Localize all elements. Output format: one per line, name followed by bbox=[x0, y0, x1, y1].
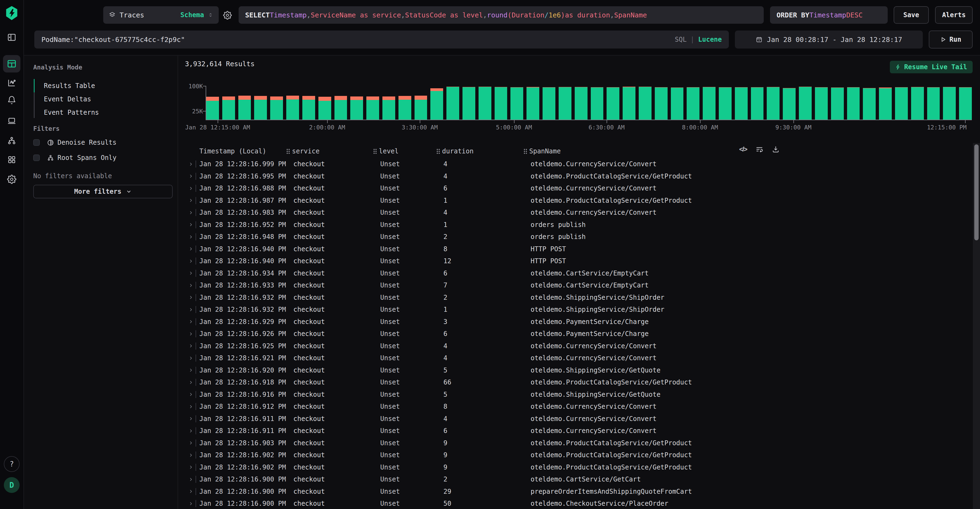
expand-row-chevron-icon[interactable] bbox=[186, 344, 196, 348]
table-row[interactable]: Jan 28 12:28:16.900 PMcheckoutUnset2otel… bbox=[178, 473, 973, 485]
sql-select-editor[interactable]: SELECT Timestamp, ServiceName as service… bbox=[239, 6, 764, 24]
table-row[interactable]: Jan 28 12:28:16.918 PMcheckoutUnset66ote… bbox=[178, 376, 973, 389]
drag-grip-icon[interactable] bbox=[436, 148, 440, 154]
histogram-bar[interactable] bbox=[879, 88, 892, 120]
expand-row-chevron-icon[interactable] bbox=[186, 489, 196, 494]
histogram-bar[interactable] bbox=[446, 87, 459, 120]
table-row[interactable]: Jan 28 12:28:16.911 PMcheckoutUnset6otel… bbox=[178, 425, 973, 437]
user-avatar[interactable]: D bbox=[4, 477, 20, 493]
table-row[interactable]: Jan 28 12:28:16.952 PMcheckoutUnset1orde… bbox=[178, 219, 973, 231]
histogram-bar[interactable] bbox=[735, 87, 748, 120]
collapse-sidebar-icon[interactable] bbox=[7, 33, 16, 42]
histogram-bar[interactable] bbox=[206, 97, 219, 120]
expand-row-chevron-icon[interactable] bbox=[186, 186, 196, 191]
histogram-bar[interactable] bbox=[575, 87, 587, 120]
expand-row-chevron-icon[interactable] bbox=[186, 440, 196, 445]
lang-sql-option[interactable]: SQL bbox=[675, 36, 686, 43]
histogram-bar[interactable] bbox=[959, 87, 972, 120]
table-row[interactable]: Jan 28 12:28:16.932 PMcheckoutUnset2otel… bbox=[178, 292, 973, 304]
expand-row-chevron-icon[interactable] bbox=[186, 174, 196, 179]
expand-row-chevron-icon[interactable] bbox=[186, 247, 196, 251]
table-row[interactable]: Jan 28 12:28:16.987 PMcheckoutUnset1otel… bbox=[178, 195, 973, 207]
table-row[interactable]: Jan 28 12:28:16.903 PMcheckoutUnset9otel… bbox=[178, 437, 973, 449]
histogram-bar[interactable] bbox=[831, 88, 844, 120]
histogram-bar[interactable] bbox=[558, 87, 571, 120]
search-input[interactable]: PodName:"checkout-675775c4cc-f2p9c" SQL … bbox=[34, 30, 729, 48]
expand-row-chevron-icon[interactable] bbox=[186, 429, 196, 433]
save-button[interactable]: Save bbox=[894, 6, 929, 24]
expand-row-chevron-icon[interactable] bbox=[186, 283, 196, 288]
histogram-bar[interactable] bbox=[495, 87, 508, 120]
view-source-code-icon[interactable]: </> bbox=[739, 145, 748, 154]
alerts-button[interactable]: Alerts bbox=[935, 6, 973, 24]
histogram-bar[interactable] bbox=[687, 87, 700, 120]
histogram-bar[interactable] bbox=[415, 96, 427, 120]
histogram-bar[interactable] bbox=[671, 88, 684, 120]
expand-row-chevron-icon[interactable] bbox=[186, 319, 196, 324]
expand-row-chevron-icon[interactable] bbox=[186, 235, 196, 239]
expand-row-chevron-icon[interactable] bbox=[186, 198, 196, 203]
histogram-bar[interactable] bbox=[639, 87, 652, 120]
team-settings-nav-icon[interactable] bbox=[7, 175, 16, 184]
histogram-bar[interactable] bbox=[334, 96, 347, 120]
source-settings-gear-icon[interactable] bbox=[222, 10, 233, 20]
histogram-bar[interactable] bbox=[463, 87, 475, 120]
expand-row-chevron-icon[interactable] bbox=[186, 271, 196, 276]
run-query-button[interactable]: Run bbox=[929, 30, 973, 48]
column-header-level[interactable]: level bbox=[373, 147, 436, 155]
table-row[interactable]: Jan 28 12:28:16.900 PMcheckoutUnset29pre… bbox=[178, 485, 973, 498]
histogram-bar[interactable] bbox=[318, 97, 331, 120]
histogram-bar[interactable] bbox=[222, 96, 235, 120]
wrap-lines-icon[interactable] bbox=[755, 145, 764, 154]
expand-row-chevron-icon[interactable] bbox=[186, 404, 196, 409]
histogram-bar[interactable] bbox=[847, 87, 860, 120]
table-row[interactable]: Jan 28 12:28:16.902 PMcheckoutUnset9otel… bbox=[178, 461, 973, 474]
table-row[interactable]: Jan 28 12:28:16.940 PMcheckoutUnset12HTT… bbox=[178, 255, 973, 267]
histogram-bar[interactable] bbox=[751, 87, 764, 120]
table-row[interactable]: Jan 28 12:28:16.933 PMcheckoutUnset7otel… bbox=[178, 279, 973, 292]
expand-row-chevron-icon[interactable] bbox=[186, 222, 196, 227]
histogram-bar[interactable] bbox=[479, 87, 492, 120]
table-row[interactable]: Jan 28 12:28:16.902 PMcheckoutUnset9otel… bbox=[178, 449, 973, 461]
histogram-bar[interactable] bbox=[943, 87, 956, 120]
expand-row-chevron-icon[interactable] bbox=[186, 416, 196, 421]
table-row[interactable]: Jan 28 12:28:16.988 PMcheckoutUnset6otel… bbox=[178, 182, 973, 195]
drag-grip-icon[interactable] bbox=[523, 148, 527, 154]
sql-orderby-editor[interactable]: ORDER BY Timestamp DESC bbox=[770, 6, 888, 24]
filter-option-denoise-results[interactable]: Denoise Results bbox=[33, 139, 116, 146]
more-filters-button[interactable]: More filters bbox=[33, 185, 173, 198]
app-logo-icon[interactable] bbox=[5, 5, 19, 21]
schema-mode-label[interactable]: Schema bbox=[180, 11, 204, 19]
expand-row-chevron-icon[interactable] bbox=[186, 477, 196, 482]
column-header-timestamp-local-[interactable]: Timestamp (Local) bbox=[199, 147, 286, 155]
histogram-bar[interactable] bbox=[366, 96, 379, 120]
table-row[interactable]: Jan 28 12:28:16.920 PMcheckoutUnset5otel… bbox=[178, 364, 973, 377]
histogram-plot[interactable]: 100K 25K Jan 28 12:15:00 AM2:00:00 AM3:3… bbox=[206, 86, 972, 120]
drag-grip-icon[interactable] bbox=[373, 148, 377, 154]
histogram-bar[interactable] bbox=[542, 87, 555, 120]
scrollbar-thumb[interactable] bbox=[974, 144, 978, 240]
data-source-selector[interactable]: Traces Schema bbox=[103, 6, 219, 24]
search-nav-active-icon[interactable] bbox=[3, 55, 21, 72]
histogram-bar[interactable] bbox=[623, 87, 635, 120]
filter-option-root-spans-only[interactable]: Root Spans Only bbox=[33, 154, 116, 161]
dashboards-nav-icon[interactable] bbox=[7, 155, 16, 164]
histogram-bar[interactable] bbox=[286, 96, 299, 120]
vertical-scrollbar[interactable] bbox=[973, 143, 980, 509]
histogram-bar[interactable] bbox=[430, 88, 443, 120]
checkbox[interactable] bbox=[33, 139, 40, 146]
analysis-mode-results-table[interactable]: Results Table bbox=[33, 79, 169, 93]
download-icon[interactable] bbox=[772, 145, 780, 154]
table-row[interactable]: Jan 28 12:28:16.999 PMcheckoutUnset4otel… bbox=[178, 158, 973, 170]
analysis-mode-event-deltas[interactable]: Event Deltas bbox=[33, 93, 169, 106]
table-row[interactable]: Jan 28 12:28:16.916 PMcheckoutUnset5otel… bbox=[178, 389, 973, 401]
sessions-nav-icon[interactable] bbox=[7, 116, 16, 126]
analysis-mode-event-patterns[interactable]: Event Patterns bbox=[33, 106, 169, 119]
histogram-bar[interactable] bbox=[655, 87, 668, 120]
histogram-bar[interactable] bbox=[719, 87, 732, 120]
histogram-bar[interactable] bbox=[799, 87, 812, 120]
histogram-bar[interactable] bbox=[815, 87, 828, 120]
help-icon[interactable]: ? bbox=[4, 456, 20, 472]
histogram-bar[interactable] bbox=[350, 96, 363, 120]
table-row[interactable]: Jan 28 12:28:16.925 PMcheckoutUnset4otel… bbox=[178, 340, 973, 352]
